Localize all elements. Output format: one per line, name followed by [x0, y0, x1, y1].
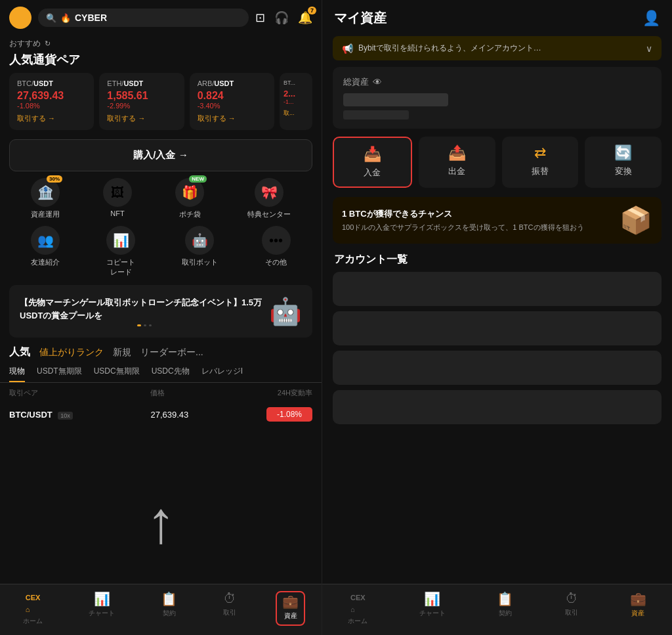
pair-trade-btc[interactable]: 取引する → — [17, 114, 86, 123]
buy-button[interactable]: 購入/入金 → — [9, 139, 312, 171]
nav-item-home-left[interactable]: CEX⌂ ホーム — [16, 591, 49, 626]
transfer-button[interactable]: ⇄ 振替 — [502, 137, 579, 188]
nav-item-assets-right[interactable]: 💼 資産 — [623, 591, 653, 626]
icon-item-nft[interactable]: 🖼 NFT — [103, 178, 132, 219]
nav-item-assets-left[interactable]: 💼 資産 — [276, 591, 305, 626]
table-row-btc[interactable]: BTC/USDT 10x 27,639.43 -1.08% — [0, 403, 322, 426]
currency-card-more[interactable]: BT... 2... -1... 取... — [280, 73, 312, 130]
header: 🔍 🔥 CYBER ⊡ 🎧 🔔 7 — [0, 0, 322, 35]
account-item-3[interactable] — [333, 351, 662, 385]
nav-label-contract-left: 契約 — [163, 609, 176, 618]
account-item-4[interactable] — [333, 390, 662, 424]
pair-trade-arb[interactable]: 取引する → — [198, 114, 266, 123]
nav-label-trade-right: 取引 — [565, 608, 578, 617]
pair-name-arb: ARB/USDT — [198, 79, 266, 87]
profile-settings-icon[interactable]: 👤 — [642, 10, 660, 27]
notification-icon[interactable]: 🔔 7 — [298, 11, 312, 25]
refresh-icon[interactable]: ↻ — [45, 39, 51, 48]
nav-item-trade-left[interactable]: ⏱ 取引 — [217, 591, 243, 626]
icon-label-copytrade: コピートレード — [104, 257, 138, 277]
assets-icon-left: 💼 — [282, 594, 299, 609]
nav-item-home-right[interactable]: CEX⌂ ホーム — [341, 591, 374, 626]
pochi-badge: NEW — [189, 175, 207, 183]
pair-trade-eth[interactable]: 取引する → — [107, 114, 176, 123]
icon-circle-copytrade: 📊 — [106, 226, 135, 255]
market-tab-usdc[interactable]: USDC無期限 — [94, 366, 140, 382]
account-item-2[interactable] — [333, 311, 662, 345]
headset-icon[interactable]: 🎧 — [274, 11, 289, 25]
pop-tab-popular[interactable]: 人気 — [9, 345, 30, 359]
nav-label-assets-left: 資産 — [284, 611, 297, 621]
market-tab-usdt[interactable]: USDT無期限 — [37, 366, 82, 382]
nav-item-chart-left[interactable]: 📊 チャート — [82, 591, 121, 626]
icon-circle-assets: 🏦 30% — [31, 178, 60, 207]
promo-title: 1 BTCが獲得できるチャンス — [342, 208, 620, 220]
convert-button[interactable]: 🔄 変換 — [585, 137, 662, 188]
icon-label-tokuten: 特典センター — [247, 209, 291, 219]
nav-item-contract-right[interactable]: 📋 契約 — [490, 591, 520, 626]
home-icon: CEX⌂ — [26, 594, 41, 613]
deposit-button[interactable]: 📥 入金 — [333, 137, 412, 188]
promo-banner-left[interactable]: 【先物マーチンゲール取引ボットローンチ記念イベント】1.5万USDTの賞金プール… — [9, 285, 312, 338]
icon-item-other[interactable]: ••• その他 — [262, 226, 291, 277]
currency-card-arb[interactable]: ARB/USDT 0.824 -3.40% 取引する → — [190, 73, 274, 130]
notice-expand-icon[interactable]: ∨ — [646, 43, 652, 54]
pair-trade-more[interactable]: 取... — [284, 109, 308, 118]
avatar[interactable] — [9, 7, 32, 29]
icon-item-pochibukuro[interactable]: 🎁 NEW ポチ袋 — [175, 178, 204, 219]
trade-icon-left: ⏱ — [223, 591, 236, 606]
notice-left: 📢 Bybitで取引を続けられるよう、メインアカウント… — [342, 43, 541, 54]
total-label-text: 総資産 — [343, 76, 369, 88]
icon-item-bot[interactable]: 🤖 取引ボット — [182, 226, 218, 277]
market-tab-spot[interactable]: 現物 — [9, 366, 25, 382]
search-bar[interactable]: 🔍 🔥 CYBER — [38, 9, 249, 27]
convert-label: 変換 — [615, 165, 632, 177]
icon-item-copytrade[interactable]: 📊 コピートレード — [104, 226, 138, 277]
transfer-label: 振替 — [532, 165, 549, 177]
icon-item-tokuten[interactable]: 🎀 特典センター — [247, 178, 291, 219]
table-header: 取引ペア 価格 24H変動率 — [0, 383, 322, 403]
pair-price-arb: 0.824 — [198, 90, 266, 102]
assets-badge: 30% — [47, 175, 62, 183]
market-tab-leverage[interactable]: レバレッジI — [201, 366, 243, 382]
bottom-nav-left: CEX⌂ ホーム 📊 チャート 📋 契約 ⏱ 取引 💼 資産 — [0, 584, 322, 635]
icon-item-referral[interactable]: 👥 友達紹介 — [31, 226, 60, 277]
notification-badge: 7 — [308, 7, 316, 14]
currency-card-eth[interactable]: ETH/USDT 1,585.61 -2.99% 取引する → — [99, 73, 184, 130]
scan-icon[interactable]: ⊡ — [255, 11, 265, 25]
banner-dot-2 — [144, 324, 146, 326]
nav-item-trade-right[interactable]: ⏱ 取引 — [558, 591, 585, 626]
banner-dots — [20, 324, 269, 326]
nav-label-contract-right: 契約 — [499, 609, 512, 618]
pair-change-btc: -1.08% — [17, 102, 86, 110]
home-icon-right: CEX⌂ — [350, 594, 366, 613]
promo-sub: 100ドルの入金でサプライズボックスを受け取って、1 BTCの獲得を狙おう — [342, 223, 620, 232]
market-tab-usdc-futures[interactable]: USDC先物 — [152, 366, 190, 382]
nav-item-chart-right[interactable]: 📊 チャート — [413, 591, 452, 626]
pair-price-eth: 1,585.61 — [107, 90, 176, 102]
notice-megaphone-icon: 📢 — [342, 43, 353, 54]
account-item-1[interactable] — [333, 272, 662, 306]
promo-banner-right[interactable]: 1 BTCが獲得できるチャンス 100ドルの入金でサプライズボックスを受け取って… — [333, 197, 662, 244]
tr-pair-cell: BTC/USDT 10x — [9, 408, 73, 420]
icon-item-assets[interactable]: 🏦 30% 資産運用 — [31, 178, 60, 219]
withdraw-icon: 📤 — [448, 144, 466, 162]
icon-circle-nft: 🖼 — [103, 178, 132, 207]
withdraw-button[interactable]: 📤 出金 — [419, 137, 495, 188]
arrow-indicator: ↑ — [146, 489, 176, 556]
currency-card-btc[interactable]: BTC/USDT 27,639.43 -1.08% 取引する → — [9, 73, 94, 130]
chart-icon-right: 📊 — [424, 591, 440, 607]
notice-bar[interactable]: 📢 Bybitで取引を続けられるよう、メインアカウント… ∨ — [333, 36, 662, 60]
pop-tab-rising[interactable]: 値上がりランク — [39, 347, 104, 359]
nav-label-chart-left: チャート — [89, 609, 115, 618]
popular-tabs: 人気 値上がりランク 新規 リーダーボー... — [0, 343, 322, 362]
nav-label-assets-right: 資産 — [631, 609, 644, 618]
chart-icon-left: 📊 — [94, 591, 110, 607]
deposit-label: 入金 — [364, 167, 381, 179]
total-sub-blurred — [343, 110, 409, 120]
pop-tab-leader[interactable]: リーダーボー... — [140, 347, 203, 359]
eye-icon[interactable]: 👁 — [373, 77, 382, 87]
nav-item-contract-left[interactable]: 📋 契約 — [154, 591, 184, 626]
pop-tab-new[interactable]: 新規 — [113, 347, 131, 359]
right-panel: マイ資産 👤 📢 Bybitで取引を続けられるよう、メインアカウント… ∨ 総資… — [322, 0, 672, 635]
